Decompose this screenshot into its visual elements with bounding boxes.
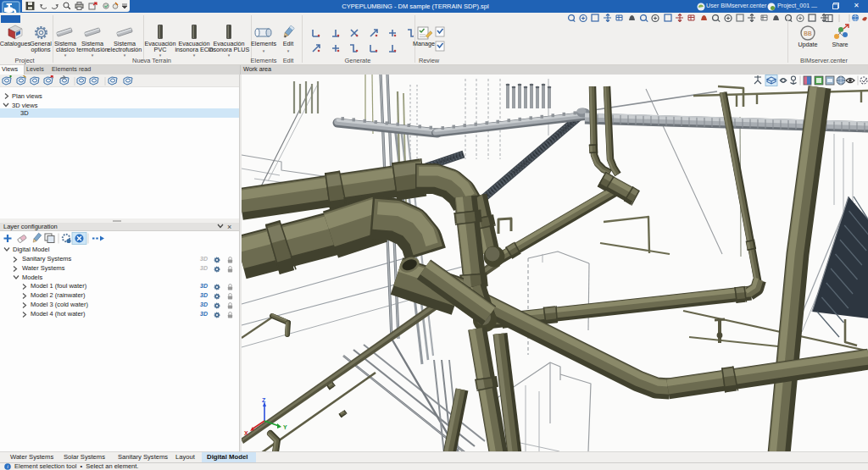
svg-text:Y: Y: [283, 424, 287, 430]
svg-text:X: X: [244, 430, 248, 436]
svg-text:BB: BB: [804, 30, 812, 36]
svg-text:Z: Z: [262, 397, 266, 403]
